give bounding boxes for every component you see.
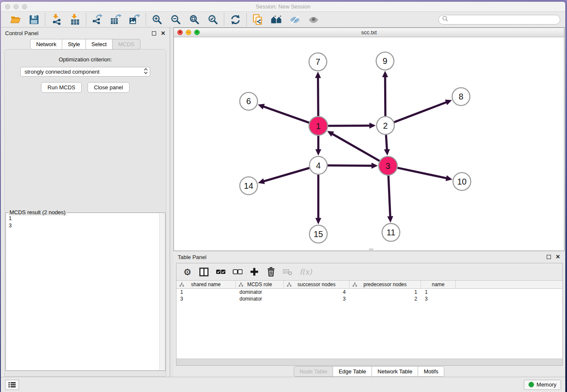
export-image-icon[interactable] [129,14,140,25]
table-horizontal-scrollbar[interactable] [176,359,562,365]
import-table-icon[interactable] [69,14,80,25]
graph-node-label: 6 [246,97,251,106]
create-column-icon[interactable] [250,267,259,277]
graph-node-label: 14 [244,181,253,190]
mcds-result-box: MCDS result (2 nodes) 1 3 [6,213,165,371]
zoom-out-icon[interactable] [170,14,181,25]
graph-node-label: 2 [383,121,388,130]
optimization-criterion-select[interactable]: strongly connected component [20,67,150,77]
graph-node-label: 3 [385,161,390,171]
minimize-window-button[interactable] [14,4,19,9]
search-icon [442,16,448,23]
table-cell: 3 [176,296,236,302]
column-header-shared-name[interactable]: shared name [176,281,236,288]
graph-edge-arrowhead [387,216,393,223]
main-toolbar [1,12,565,28]
network-minimize-icon[interactable]: − [186,30,191,35]
tab-network[interactable]: Network [30,39,62,50]
graph-node-label: 11 [387,228,396,237]
tab-network-table[interactable]: Network Table [372,366,418,377]
table-body: 1dominator4113dominator323 [176,289,562,302]
tab-node-table[interactable]: Node Table [294,366,333,377]
table-options-icon[interactable]: ⚙ [183,267,192,277]
hierarchy-icon [179,282,184,288]
float-table-panel-icon[interactable] [547,255,551,259]
graph-edge-4-3[interactable] [328,166,373,166]
export-table-icon[interactable] [110,14,121,25]
network-window-titlebar[interactable]: ✕ − + scc.txt [174,28,564,37]
search-field[interactable] [438,15,560,25]
column-header-successor-nodes[interactable]: successor nodes [284,281,350,288]
graph-edge-3-1[interactable] [331,133,379,161]
column-header-predecessor-nodes[interactable]: predecessor nodes [350,281,421,288]
column-header-mcds-role[interactable]: MCDS role [236,281,284,288]
graph-edge-2-8[interactable] [394,102,447,122]
graph-edge-1-6[interactable] [263,106,309,123]
export-network-icon[interactable] [92,14,103,25]
network-canvas-svg: 7968124314101511 [174,37,564,251]
hide-selected-icon[interactable] [289,14,300,25]
graph-edge-arrowhead [384,149,390,155]
import-network-icon[interactable] [51,14,62,25]
network-canvas[interactable]: 7968124314101511 [174,37,564,251]
hierarchy-icon [352,282,357,288]
show-columns-icon[interactable] [199,267,209,277]
table-cell: 1 [421,289,456,295]
graph-edge-arrowhead [315,218,321,224]
network-close-icon[interactable]: ✕ [177,30,183,35]
zoom-in-icon[interactable] [151,14,162,25]
close-panel-button[interactable]: Close panel [88,82,129,93]
table-cell: 3 [421,296,456,302]
show-all-icon[interactable] [308,14,319,25]
task-history-button[interactable] [5,380,19,390]
graph-edge-arrowhead [372,163,378,168]
network-view-window: ✕ − + scc.txt 7968124314101511 [173,28,564,251]
graph-edge-1-7[interactable] [318,77,318,116]
select-all-columns-icon[interactable] [216,267,226,277]
graph-node-label: 1 [316,121,321,131]
graph-edge-2-3[interactable] [386,135,387,150]
graph-edge-arrowhead [369,123,376,129]
graph-edge-3-10[interactable] [397,168,447,178]
network-zoom-icon[interactable]: + [194,30,200,35]
control-panel-tabs: Network Style Select MCDS [1,39,170,50]
run-mcds-button[interactable]: Run MCDS [41,82,82,93]
tab-select[interactable]: Select [86,39,113,50]
first-neighbors-icon[interactable] [271,14,282,25]
window-controls [5,4,27,9]
graph-edge-3-11[interactable] [388,176,390,218]
result-scrollbar[interactable] [159,213,165,370]
tab-motifs[interactable]: Motifs [418,366,444,377]
zoom-fit-icon[interactable] [189,14,200,25]
deselect-all-columns-icon[interactable] [233,267,242,277]
tab-mcds[interactable]: MCDS [113,39,140,50]
close-table-panel-icon[interactable]: ✕ [556,255,560,259]
tab-edge-table[interactable]: Edge Table [333,366,372,377]
refresh-view-icon[interactable] [230,14,241,25]
zoom-window-button[interactable] [22,4,27,9]
save-session-icon[interactable] [28,14,39,25]
graph-edge-4-14[interactable] [263,168,309,182]
hierarchy-icon [239,282,243,288]
tab-style[interactable]: Style [62,39,86,50]
table-cell: dominator [236,296,284,302]
table-cell: dominator [236,289,284,295]
close-window-button[interactable] [5,4,10,9]
graph-node-label: 8 [459,92,463,101]
memory-status-icon [528,382,534,387]
table-toolbar: ⚙ [176,263,562,281]
column-header-name[interactable]: name [421,281,456,288]
search-input[interactable] [450,17,556,23]
zoom-selected-icon[interactable] [207,14,218,25]
memory-button[interactable]: Memory [524,380,561,390]
close-panel-icon[interactable]: ✕ [161,31,165,36]
table-row[interactable]: 3dominator323 [176,295,562,302]
open-session-icon[interactable] [10,14,21,25]
delete-column-icon[interactable] [266,267,275,277]
graph-edge-2-9[interactable] [385,76,385,116]
table-row[interactable]: 1dominator411 [176,289,562,295]
float-panel-icon[interactable] [152,31,156,36]
graph-node-label: 15 [314,229,323,239]
graph-edge-1-2[interactable] [328,126,371,126]
clone-network-icon[interactable] [252,14,263,25]
